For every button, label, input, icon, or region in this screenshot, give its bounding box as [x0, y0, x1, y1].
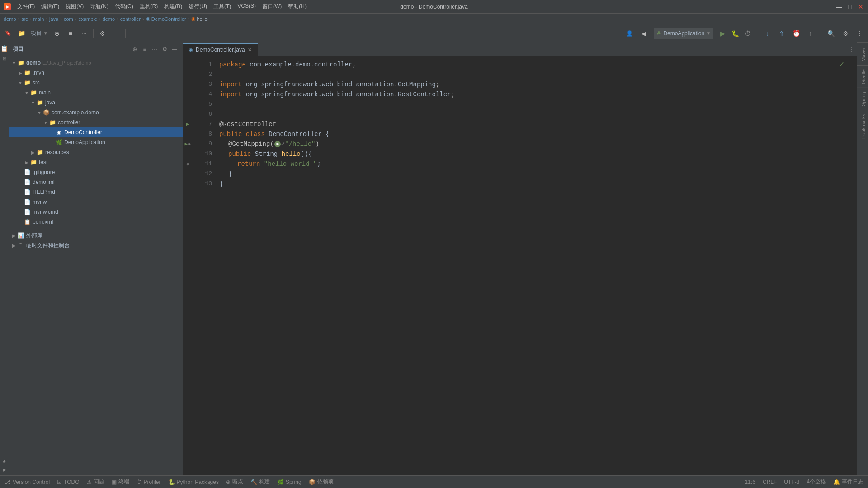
tab-democontroller[interactable]: ◉ DemoController.java ✕ — [183, 43, 258, 56]
menu-refactor[interactable]: 重构(R) — [137, 2, 161, 11]
breadcrumb-demo2[interactable]: demo — [103, 16, 115, 22]
close-button[interactable]: ✕ — [857, 3, 864, 10]
breadcrumb-demo[interactable]: demo — [4, 16, 16, 22]
bottom-tool-profiler[interactable]: ⏱ Profiler — [134, 478, 164, 486]
breadcrumb-java[interactable]: java — [49, 16, 58, 22]
run-icon-line9[interactable]: ▶ — [184, 139, 188, 149]
menu-build[interactable]: 构建(B) — [161, 2, 185, 11]
bottom-tool-version-control[interactable]: ⎇ Version Control — [2, 478, 52, 486]
bottom-tool-spring[interactable]: 🌿 Spring — [274, 478, 304, 486]
project-selector[interactable]: 项目 ▼ — [29, 29, 50, 37]
toolbar-vcs-commit[interactable]: ⇑ — [775, 27, 788, 40]
arrow-java[interactable]: ▼ — [30, 99, 36, 106]
menu-edit[interactable]: 编辑(E) — [38, 2, 62, 11]
left-icon-structure[interactable]: ⊞ — [0, 54, 9, 62]
breadcrumb-democontroller[interactable]: DemoController — [151, 16, 186, 22]
menu-vcs[interactable]: VCS(S) — [235, 2, 259, 11]
menu-view[interactable]: 视图(V) — [63, 2, 86, 11]
tree-item-test[interactable]: ▶ 📁 test — [9, 157, 183, 167]
sidebar-tab-spring[interactable]: Spring — [857, 88, 868, 110]
tree-item-pom-xml[interactable]: 📋 pom.xml — [9, 217, 183, 227]
status-line-separator[interactable]: CRLF — [760, 478, 779, 486]
breadcrumb-com[interactable]: com — [64, 16, 73, 22]
tree-item-demoapplication[interactable]: 🌿 DemoApplication — [9, 137, 183, 147]
toolbar-settings[interactable]: ⚙ — [96, 27, 109, 40]
menu-navigate[interactable]: 导航(N) — [87, 2, 111, 11]
menu-window[interactable]: 窗口(W) — [259, 2, 284, 11]
tree-item-demo-iml[interactable]: 📄 demo.iml — [9, 177, 183, 187]
run-config-selector[interactable]: ☘ DemoApplication ▼ — [654, 28, 713, 39]
breadcrumb-controller[interactable]: controller — [120, 16, 141, 22]
menu-tools[interactable]: 工具(T) — [211, 2, 234, 11]
arrow-demo-root[interactable]: ▼ — [11, 60, 17, 66]
maximize-button[interactable]: □ — [846, 3, 854, 10]
arrow-resources[interactable]: ▶ — [30, 149, 36, 155]
bookmark-icon-line9[interactable]: ◈ — [188, 139, 191, 149]
debug-button[interactable]: 🐛 — [730, 28, 741, 39]
menu-file[interactable]: 文件(F) — [14, 2, 38, 11]
tabs-more-button[interactable]: ⋮ — [846, 43, 857, 56]
toolbar-vcs-update[interactable]: ↓ — [761, 27, 774, 40]
breadcrumb-main[interactable]: main — [33, 16, 44, 22]
left-icon-project[interactable]: 📋 — [0, 44, 9, 52]
tree-item-mvnw-cmd[interactable]: 📄 mvnw.cmd — [9, 207, 183, 217]
tree-item-help-md[interactable]: 📄 HELP.md — [9, 187, 183, 197]
left-icon-favorites[interactable]: ★ — [0, 457, 9, 465]
tree-item-gitignore[interactable]: 📄 .gitignore — [9, 167, 183, 177]
status-events[interactable]: 🔔 事件日志 — [830, 477, 866, 487]
toolbar-settings2[interactable]: ⚙ — [839, 27, 852, 40]
tree-item-resources[interactable]: ▶ 📁 resources — [9, 147, 183, 157]
toolbar-search[interactable]: 🔍 — [825, 27, 837, 40]
tree-item-java[interactable]: ▼ 📁 java — [9, 98, 183, 108]
toolbar-profile[interactable]: 👤 — [623, 27, 636, 40]
toolbar-more[interactable]: ⋮ — [854, 27, 866, 40]
toolbar-bookmarks[interactable]: 🔖 — [2, 27, 14, 40]
sidebar-tab-gradle[interactable]: Gradle — [857, 65, 868, 88]
code-content[interactable]: package com.example.demo.controller; imp… — [216, 56, 857, 475]
tree-item-external-libs[interactable]: ▶ 📊 外部库 — [9, 230, 183, 240]
bottom-tool-python-packages[interactable]: 🐍 Python Packages — [165, 478, 222, 486]
panel-locate-btn[interactable]: ⊕ — [130, 45, 139, 54]
bottom-tool-build[interactable]: 🔨 构建 — [248, 477, 273, 487]
tree-item-main[interactable]: ▼ 📁 main — [9, 88, 183, 98]
toolbar-collapse[interactable]: ≡ — [64, 27, 77, 40]
panel-settings-btn[interactable]: ⚙ — [160, 45, 169, 54]
bookmark-icon-line11[interactable]: ◈ — [186, 159, 189, 169]
arrow-controller[interactable]: ▼ — [42, 119, 49, 126]
bottom-tool-problems[interactable]: ⚠ 问题 — [84, 477, 107, 487]
panel-filter-btn[interactable]: ⋯ — [150, 45, 159, 54]
panel-hide-btn[interactable]: — — [170, 45, 179, 54]
toolbar-minimize-panel[interactable]: — — [110, 27, 123, 40]
status-encoding[interactable]: UTF-8 — [781, 478, 802, 486]
menu-run[interactable]: 运行(U) — [186, 2, 210, 11]
tree-item-demo-root[interactable]: ▼ 📁 demo E:\Java_Project\demo — [9, 58, 183, 68]
toolbar-vcs-push[interactable]: ↑ — [804, 27, 817, 40]
arrow-main[interactable]: ▼ — [24, 89, 30, 96]
tab-close-democontroller[interactable]: ✕ — [247, 47, 253, 53]
toolbar-nav-back[interactable]: ◀ — [637, 27, 650, 40]
toolbar-vcs-history[interactable]: ⏰ — [790, 27, 802, 40]
arrow-external[interactable]: ▶ — [11, 232, 17, 239]
run-button[interactable]: ▶ — [717, 28, 728, 39]
breadcrumb-example[interactable]: example — [78, 16, 97, 22]
bottom-tool-terminal[interactable]: ▣ 终端 — [109, 477, 132, 487]
status-position[interactable]: 11:6 — [742, 478, 758, 486]
tree-item-mvnw[interactable]: 📄 mvnw — [9, 197, 183, 207]
arrow-test[interactable]: ▶ — [24, 159, 30, 165]
sidebar-tab-maven[interactable]: Maven — [857, 42, 868, 65]
bottom-tool-breakpoints[interactable]: ⊕ 断点 — [223, 477, 246, 487]
tree-item-controller[interactable]: ▼ 📁 controller — [9, 117, 183, 127]
arrow-mvn[interactable]: ▶ — [17, 70, 24, 76]
arrow-package[interactable]: ▼ — [36, 109, 42, 116]
sidebar-tab-bookmarks[interactable]: Bookmarks — [857, 110, 868, 142]
bottom-tool-dependencies[interactable]: 📦 依赖项 — [306, 477, 336, 487]
panel-collapse-btn[interactable]: ≡ — [140, 45, 149, 54]
toolbar-dots[interactable]: ··· — [78, 27, 90, 40]
toolbar-project-view[interactable]: 📁 — [15, 27, 28, 40]
menu-code[interactable]: 代码(C) — [112, 2, 136, 11]
tree-item-package[interactable]: ▼ 📦 com.example.demo — [9, 108, 183, 117]
breadcrumb-src[interactable]: src — [21, 16, 28, 22]
left-icon-run[interactable]: ▶ — [0, 465, 9, 474]
arrow-src[interactable]: ▼ — [17, 80, 24, 86]
tree-item-mvn[interactable]: ▶ 📁 .mvn — [9, 68, 183, 78]
